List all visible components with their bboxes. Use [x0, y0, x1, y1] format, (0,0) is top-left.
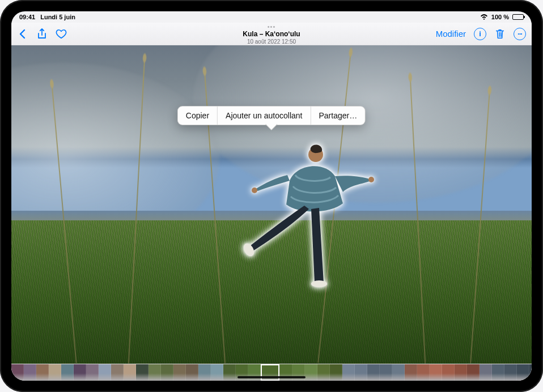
thumbnail[interactable]: [355, 364, 367, 381]
photo-content: Copier Ajouter un autocollant Partager…: [11, 45, 532, 364]
title-area: ••• Kula – Ka‘ono‘ulu 10 août 2022 12:50: [243, 23, 300, 45]
menu-share[interactable]: Partager…: [310, 106, 365, 125]
svg-point-3: [311, 280, 327, 287]
thumbnail[interactable]: [392, 364, 405, 381]
share-button[interactable]: [36, 28, 48, 40]
thumbnail[interactable]: [342, 364, 355, 381]
svg-point-2: [252, 188, 257, 193]
edit-button[interactable]: Modifier: [436, 29, 466, 39]
svg-point-1: [368, 177, 374, 182]
thumbnail[interactable]: [305, 364, 317, 381]
status-time: 09:41: [19, 14, 35, 20]
thumbnail[interactable]: [211, 364, 223, 381]
wifi-icon: [480, 14, 488, 20]
thumbnail[interactable]: [11, 364, 24, 381]
battery-icon: [512, 14, 524, 20]
battery-percent: 100 %: [491, 14, 509, 20]
thumbnail[interactable]: [111, 364, 124, 381]
thumbnail[interactable]: [430, 364, 442, 381]
thumbnail[interactable]: [99, 364, 111, 381]
thumbnail[interactable]: [504, 364, 517, 381]
status-bar: 09:41 Lundi 5 juin 100 %: [11, 11, 532, 23]
thumbnail[interactable]: [74, 364, 86, 381]
lifted-subject[interactable]: [245, 141, 376, 288]
thumbnail[interactable]: [480, 364, 492, 381]
thumbnail[interactable]: [36, 364, 49, 381]
multitasking-dots-icon[interactable]: •••: [243, 23, 300, 30]
photo-subtitle: 10 août 2022 12:50: [243, 38, 300, 45]
thumbnail[interactable]: [380, 364, 392, 381]
thumbnail[interactable]: [173, 364, 186, 381]
photo-viewport[interactable]: Copier Ajouter un autocollant Partager…: [11, 45, 532, 364]
info-button[interactable]: i: [474, 28, 486, 40]
thumbnail[interactable]: [467, 364, 480, 381]
thumbnail[interactable]: [24, 364, 36, 381]
thumbnail[interactable]: [317, 364, 330, 381]
app-toolbar: ••• Kula – Ka‘ono‘ulu 10 août 2022 12:50…: [11, 23, 532, 45]
screen: 09:41 Lundi 5 juin 100 %: [11, 11, 532, 381]
delete-button[interactable]: [494, 28, 506, 40]
thumbnail[interactable]: [61, 364, 74, 381]
menu-add-sticker[interactable]: Ajouter un autocollant: [217, 106, 310, 125]
thumbnail[interactable]: [529, 364, 532, 381]
thumbnail[interactable]: [136, 364, 149, 381]
status-left: 09:41 Lundi 5 juin: [19, 14, 79, 20]
thumbnail[interactable]: [442, 364, 455, 381]
home-indicator[interactable]: [237, 376, 306, 378]
thumbnail[interactable]: [124, 364, 136, 381]
thumbnail[interactable]: [198, 364, 211, 381]
thumbnail[interactable]: [330, 364, 342, 381]
thumbnail[interactable]: [492, 364, 504, 381]
thumbnail[interactable]: [367, 364, 380, 381]
thumbnail[interactable]: [517, 364, 529, 381]
menu-copy[interactable]: Copier: [178, 106, 217, 125]
thumbnail[interactable]: [161, 364, 173, 381]
subject-context-menu: Copier Ajouter un autocollant Partager…: [177, 106, 366, 125]
ipad-device-frame: 09:41 Lundi 5 juin 100 %: [0, 0, 543, 392]
thumbnail[interactable]: [223, 364, 236, 381]
thumbnail[interactable]: [455, 364, 467, 381]
thumbnail[interactable]: [417, 364, 430, 381]
thumbnail[interactable]: [149, 364, 161, 381]
back-button[interactable]: [17, 28, 28, 40]
photo-title: Kula – Ka‘ono‘ulu: [243, 31, 300, 39]
thumbnail[interactable]: [186, 364, 198, 381]
thumbnail[interactable]: [49, 364, 61, 381]
status-date: Lundi 5 juin: [40, 14, 75, 20]
status-right: 100 %: [480, 14, 524, 20]
more-button[interactable]: ···: [514, 28, 526, 40]
thumbnail[interactable]: [405, 364, 417, 381]
favorite-button[interactable]: [56, 28, 67, 40]
thumbnail[interactable]: [86, 364, 99, 381]
